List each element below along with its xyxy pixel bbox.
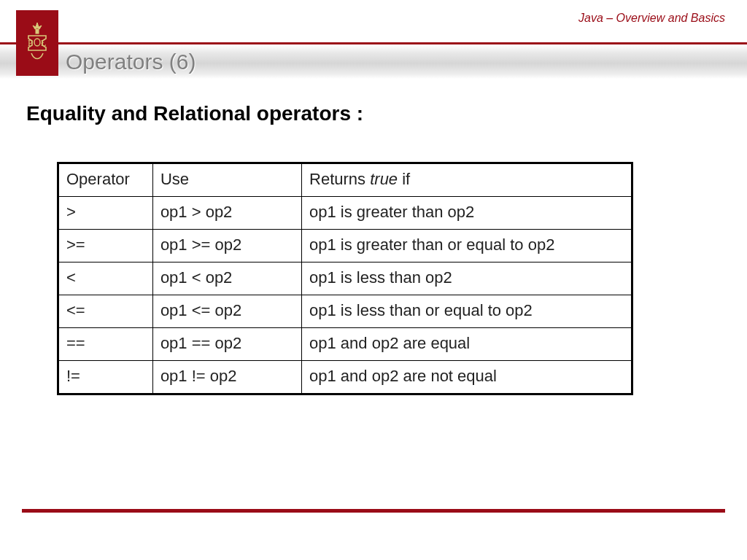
cell-operator: > bbox=[58, 197, 153, 230]
cell-returns: op1 is less than op2 bbox=[302, 262, 632, 295]
col-header-operator: Operator bbox=[58, 163, 153, 197]
university-logo: P Ł bbox=[16, 10, 58, 76]
table-row: >= op1 >= op2 op1 is greater than or equ… bbox=[58, 230, 632, 262]
cell-returns: op1 is less than or equal to op2 bbox=[302, 295, 632, 328]
table-row: < op1 < op2 op1 is less than op2 bbox=[58, 262, 632, 295]
svg-rect-0 bbox=[36, 29, 39, 34]
table-row: <= op1 <= op2 op1 is less than or equal … bbox=[58, 295, 632, 328]
col-header-returns-suffix: if bbox=[398, 170, 410, 188]
title-bar: Operators (6) bbox=[0, 42, 747, 79]
cell-returns: op1 is greater than op2 bbox=[302, 197, 632, 230]
svg-point-3 bbox=[34, 39, 40, 46]
table-row: != op1 != op2 op1 and op2 are not equal bbox=[58, 361, 632, 394]
cell-operator: == bbox=[58, 328, 153, 361]
footer-divider bbox=[22, 509, 725, 513]
col-header-use: Use bbox=[152, 163, 301, 197]
cell-returns: op1 and op2 are equal bbox=[302, 328, 632, 361]
table-header-row: Operator Use Returns true if bbox=[58, 163, 632, 197]
cell-use: op1 >= op2 bbox=[152, 230, 301, 262]
slide-title: Operators (6) bbox=[66, 50, 196, 74]
crest-icon: P Ł bbox=[21, 20, 53, 66]
operators-table: Operator Use Returns true if > op1 > op2… bbox=[57, 162, 633, 395]
slide: Java – Overview and Basics Operators (6)… bbox=[0, 0, 747, 560]
cell-use: op1 != op2 bbox=[152, 361, 301, 394]
table-row: > op1 > op2 op1 is greater than op2 bbox=[58, 197, 632, 230]
col-header-returns-italic: true bbox=[370, 170, 398, 188]
cell-operator: < bbox=[58, 262, 153, 295]
col-header-returns-prefix: Returns bbox=[309, 170, 370, 188]
breadcrumb: Java – Overview and Basics bbox=[578, 12, 725, 25]
cell-use: op1 < op2 bbox=[152, 262, 301, 295]
cell-use: op1 <= op2 bbox=[152, 295, 301, 328]
table-row: == op1 == op2 op1 and op2 are equal bbox=[58, 328, 632, 361]
section-heading: Equality and Relational operators : bbox=[26, 102, 363, 125]
svg-text:Ł: Ł bbox=[41, 38, 46, 48]
cell-returns: op1 is greater than or equal to op2 bbox=[302, 230, 632, 262]
cell-operator: >= bbox=[58, 230, 153, 262]
cell-operator: <= bbox=[58, 295, 153, 328]
table-body: > op1 > op2 op1 is greater than op2 >= o… bbox=[58, 197, 632, 394]
col-header-returns: Returns true if bbox=[302, 163, 632, 197]
cell-use: op1 > op2 bbox=[152, 197, 301, 230]
cell-use: op1 == op2 bbox=[152, 328, 301, 361]
cell-returns: op1 and op2 are not equal bbox=[302, 361, 632, 394]
svg-text:P: P bbox=[28, 38, 33, 48]
cell-operator: != bbox=[58, 361, 153, 394]
